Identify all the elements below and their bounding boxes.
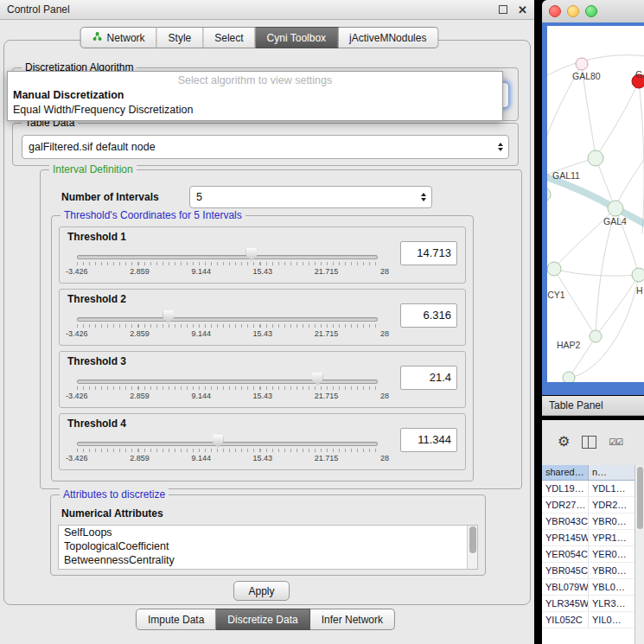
- table-cell[interactable]: YBL079W: [542, 579, 589, 595]
- table-row[interactable]: YER054CYER0…: [542, 546, 644, 563]
- threshold-value-field[interactable]: 21.4: [400, 366, 457, 390]
- number-of-intervals-label: Number of Intervals: [61, 191, 159, 203]
- table-cell[interactable]: YBR0…: [589, 513, 635, 529]
- network-node[interactable]: [563, 372, 575, 382]
- tick-label: 28: [380, 392, 389, 400]
- list-scrollbar[interactable]: [467, 526, 477, 569]
- gear-icon[interactable]: ⚙: [558, 435, 570, 449]
- table-row[interactable]: YLR345WYLR3…: [542, 596, 644, 612]
- list-item[interactable]: TopologicalCoefficient: [59, 539, 477, 553]
- table-toolbar: ⚙ ☑☑: [542, 420, 644, 463]
- tick-label: -3.426: [66, 392, 88, 400]
- table-cell[interactable]: YPR145W: [542, 530, 589, 545]
- table-cell[interactable]: YDR27…: [542, 497, 589, 513]
- float-window-button[interactable]: [499, 5, 507, 14]
- close-window-icon[interactable]: [549, 5, 561, 17]
- table-cell[interactable]: YIL052C: [542, 612, 589, 628]
- threshold-panel: Threshold 4 -3.4262.8599.14415.4321.7152…: [59, 413, 466, 470]
- threshold-value-field[interactable]: 14.713: [400, 241, 457, 265]
- network-window-titlebar[interactable]: [542, 0, 644, 23]
- tick-label: -3.426: [66, 329, 88, 338]
- table-row[interactable]: YDL19…YDL1…: [542, 481, 644, 497]
- list-item[interactable]: SelfLoops: [59, 526, 477, 539]
- network-canvas[interactable]: GAL80 GA GAL11 GAL4 GCY1 H HAP2: [547, 26, 644, 382]
- column-header-name[interactable]: n…: [589, 465, 635, 480]
- tab-jactivemnodules[interactable]: jActiveMNodules: [338, 27, 438, 48]
- threshold-label: Threshold 1: [67, 231, 126, 243]
- attribute-table: shared… n… YDL19…YDL1… YDR27…YDR2… YBR04…: [542, 465, 644, 644]
- tab-cyni-toolbox[interactable]: Cyni Toolbox: [256, 27, 338, 48]
- slider-tickmarks: [77, 324, 378, 328]
- slider-track[interactable]: [77, 255, 378, 259]
- threshold-slider[interactable]: -3.4262.8599.14415.4321.71528: [72, 371, 383, 405]
- threshold-slider[interactable]: -3.4262.8599.14415.4321.71528: [72, 246, 383, 281]
- column-header-shared-name[interactable]: shared…: [542, 465, 589, 480]
- table-cell[interactable]: YIL0…: [589, 612, 635, 628]
- table-cell[interactable]: YPR1…: [589, 530, 635, 545]
- table-cell[interactable]: YDL1…: [589, 481, 635, 496]
- threshold-value-field[interactable]: 11.344: [400, 428, 457, 452]
- table-cell[interactable]: YBR045C: [542, 563, 589, 578]
- table-row[interactable]: YDR27…YDR2…: [542, 497, 644, 513]
- table-panel-titlebar[interactable]: Table Panel: [542, 396, 644, 416]
- table-cell[interactable]: YER0…: [589, 546, 635, 562]
- table-cell[interactable]: YBL0…: [589, 579, 635, 595]
- slider-track[interactable]: [77, 442, 378, 446]
- network-node[interactable]: [588, 150, 603, 166]
- network-node[interactable]: [632, 268, 644, 282]
- table-data-combobox[interactable]: galFiltered.sif default node: [22, 135, 509, 159]
- popup-item-manual-discretization[interactable]: Manual Discretization: [8, 88, 502, 103]
- threshold-value-field[interactable]: 6.316: [400, 303, 457, 328]
- table-cell[interactable]: YER054C: [542, 546, 589, 562]
- tick-label: 28: [380, 454, 389, 462]
- network-node[interactable]: [547, 262, 561, 276]
- tick-label: 21.715: [315, 392, 339, 400]
- columns-icon[interactable]: [582, 436, 596, 449]
- table-row[interactable]: YBR043CYBR0…: [542, 513, 644, 530]
- table-row[interactable]: YIL052CYIL0…: [542, 612, 644, 628]
- table-cell[interactable]: YLR3…: [589, 596, 635, 611]
- tick-label: 2.859: [130, 454, 150, 462]
- network-node[interactable]: [547, 188, 551, 201]
- select-columns-icon[interactable]: ☑☑: [609, 437, 622, 447]
- number-of-intervals-combobox[interactable]: 5: [189, 186, 432, 208]
- tab-impute-data[interactable]: Impute Data: [136, 609, 216, 630]
- threshold-slider[interactable]: -3.4262.8599.14415.4321.71528: [72, 309, 383, 343]
- table-row[interactable]: YPR145WYPR1…: [542, 530, 644, 546]
- slider-track[interactable]: [77, 317, 378, 322]
- table-cell[interactable]: YBR0…: [589, 563, 635, 578]
- table-row[interactable]: YBL079WYBL0…: [542, 579, 644, 596]
- minimize-window-icon[interactable]: [567, 5, 579, 17]
- table-scrollbar[interactable]: [634, 465, 644, 644]
- table-cell[interactable]: YLR345W: [542, 596, 589, 611]
- network-node[interactable]: [576, 58, 588, 70]
- algorithm-dropdown-popup: Select algorithm to view settings Manual…: [7, 71, 503, 121]
- tab-style[interactable]: Style: [157, 27, 204, 48]
- apply-button[interactable]: Apply: [233, 581, 290, 601]
- threshold-panel: Threshold 3 -3.4262.8599.14415.4321.7152…: [59, 351, 466, 408]
- combo-stepper-icon: [421, 193, 426, 201]
- table-row[interactable]: YBR045CYBR0…: [542, 563, 644, 579]
- list-item[interactable]: BetweennessCentrality: [59, 553, 477, 567]
- table-cell[interactable]: YDR2…: [589, 497, 635, 513]
- tick-label: 21.715: [315, 454, 339, 462]
- table-cell[interactable]: YDL19…: [542, 481, 589, 496]
- tab-discretize-data[interactable]: Discretize Data: [216, 609, 309, 630]
- tab-label: Select: [214, 32, 243, 44]
- close-panel-button[interactable]: ✕: [518, 3, 527, 16]
- slider-track[interactable]: [77, 379, 378, 384]
- tab-select[interactable]: Select: [203, 27, 255, 48]
- scrollbar-thumb[interactable]: [469, 526, 476, 553]
- threshold-slider[interactable]: -3.4262.8599.14415.4321.71528: [72, 433, 383, 468]
- table-data-group: Table Data galFiltered.sif default node: [12, 123, 519, 166]
- table-cell[interactable]: YBR043C: [542, 513, 589, 529]
- tab-infer-network[interactable]: Infer Network: [310, 609, 395, 630]
- tab-network[interactable]: Network: [80, 27, 157, 48]
- network-node[interactable]: [590, 330, 602, 342]
- popup-placeholder-item[interactable]: Select algorithm to view settings: [8, 73, 502, 88]
- scrollbar-thumb[interactable]: [637, 467, 643, 529]
- group-label: Threshold's Coordinates for 5 Intervals: [61, 209, 245, 221]
- zoom-window-icon[interactable]: [585, 5, 597, 17]
- popup-item-equal-width[interactable]: Equal Width/Frequency Discretization: [8, 103, 502, 118]
- network-node[interactable]: [608, 201, 623, 216]
